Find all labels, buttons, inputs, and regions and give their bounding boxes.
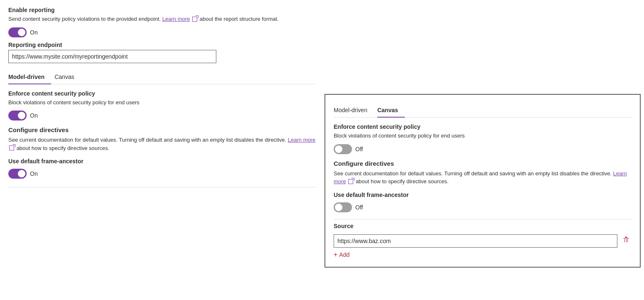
left-enforce-csp-toggle[interactable]	[8, 111, 27, 120]
left-frame-ancestor-toggle-track	[8, 169, 27, 179]
right-panel: Model-driven Canvas Enforce content secu…	[324, 94, 641, 268]
svg-rect-0	[623, 238, 629, 239]
reporting-endpoint-section: Reporting endpoint	[8, 42, 636, 63]
left-frame-ancestor-label: Use default frame-ancestor	[8, 158, 316, 165]
left-enforce-csp-desc: Block violations of content security pol…	[8, 98, 316, 107]
enable-reporting-title: Enable reporting	[8, 7, 636, 13]
enable-reporting-learn-more[interactable]: Learn more	[162, 16, 190, 22]
enable-reporting-section: Enable reporting Send content security p…	[8, 7, 636, 37]
left-configure-desc-part1: See current documentation for default va…	[8, 137, 286, 143]
left-enforce-csp-toggle-label: On	[30, 112, 38, 119]
plus-icon: +	[334, 251, 337, 258]
right-add-button-label: Add	[339, 251, 349, 258]
left-enforce-csp-toggle-wrapper: On	[8, 111, 316, 120]
left-enforce-csp-title: Enforce content security policy	[8, 90, 316, 97]
right-enforce-csp-toggle-thumb	[335, 145, 342, 153]
right-enforce-csp-toggle-track	[334, 144, 352, 154]
left-configure-directives-desc: See current documentation for default va…	[8, 136, 316, 152]
external-link-icon-reporting	[192, 17, 197, 22]
left-frame-ancestor-toggle-label: On	[30, 170, 38, 177]
right-enforce-csp-toggle-label: Off	[355, 146, 363, 152]
right-configure-directives-title: Configure directives	[334, 160, 632, 167]
right-enforce-csp-desc: Block violations of content security pol…	[334, 132, 632, 140]
right-enforce-csp-toggle-wrapper: Off	[334, 144, 632, 154]
tab-model-driven-right[interactable]: Model-driven	[334, 103, 374, 118]
right-frame-ancestor-toggle-track	[334, 202, 352, 212]
tab-model-driven-right-label: Model-driven	[334, 107, 367, 113]
tab-canvas-left[interactable]: Canvas	[54, 70, 81, 84]
right-frame-ancestor-toggle-thumb	[335, 204, 342, 211]
tab-model-driven-left[interactable]: Model-driven	[8, 70, 51, 84]
right-configure-directives-section: Configure directives See current documen…	[334, 160, 632, 186]
right-source-input[interactable]	[334, 234, 617, 248]
tab-canvas-left-label: Canvas	[54, 74, 74, 80]
enable-reporting-desc-part2: about the report structure format.	[200, 16, 279, 22]
right-source-section: Source + Add	[334, 219, 632, 258]
left-enforce-csp-toggle-track	[8, 111, 27, 120]
left-frame-ancestor-toggle[interactable]	[8, 169, 27, 179]
right-enforce-csp-section: Enforce content security policy Block vi…	[334, 123, 632, 154]
enable-reporting-toggle-track	[8, 27, 27, 37]
external-link-icon-left-configure	[9, 145, 14, 150]
left-configure-learn-more[interactable]: Learn more	[288, 137, 315, 143]
left-enforce-csp-section: Enforce content security policy Block vi…	[8, 90, 316, 121]
right-frame-ancestor-toggle[interactable]	[334, 202, 352, 212]
enable-reporting-toggle-wrapper: On	[8, 27, 636, 37]
enable-reporting-desc-part1: Send content security policy violations …	[8, 16, 161, 22]
main-content: Enable reporting Send content security p…	[8, 7, 636, 187]
left-frame-ancestor-toggle-thumb	[18, 170, 25, 177]
left-configure-directives-title: Configure directives	[8, 126, 316, 133]
external-link-icon-right-configure	[348, 179, 353, 184]
tab-model-driven-left-label: Model-driven	[8, 74, 45, 80]
reporting-endpoint-label: Reporting endpoint	[8, 42, 636, 48]
left-tabs: Model-driven Canvas	[8, 70, 316, 84]
right-frame-ancestor-toggle-label: Off	[355, 204, 363, 211]
right-source-delete-button[interactable]	[621, 236, 632, 246]
right-frame-ancestor-toggle-wrapper: Off	[334, 202, 632, 212]
left-frame-ancestor-toggle-wrapper: On	[8, 169, 316, 179]
enable-reporting-toggle-thumb	[18, 29, 25, 36]
right-configure-desc-part2: about how to specify directive sources.	[356, 178, 448, 184]
right-enforce-csp-toggle[interactable]	[334, 144, 352, 154]
right-add-button[interactable]: + Add	[334, 251, 349, 258]
enable-reporting-toggle-label: On	[30, 29, 38, 36]
left-configure-desc-part2: about how to specify directive sources.	[17, 145, 109, 151]
right-enforce-csp-title: Enforce content security policy	[334, 123, 632, 130]
reporting-endpoint-input[interactable]	[8, 50, 216, 63]
left-enforce-csp-toggle-thumb	[18, 112, 25, 119]
right-source-label: Source	[334, 219, 632, 231]
tab-canvas-right-label: Canvas	[377, 107, 398, 113]
delete-icon	[622, 236, 630, 243]
right-source-input-row	[334, 234, 632, 248]
left-panel: Model-driven Canvas Enforce content secu…	[8, 70, 316, 188]
right-tabs: Model-driven Canvas	[334, 103, 632, 118]
left-frame-ancestor-section: Use default frame-ancestor On	[8, 158, 316, 179]
right-configure-directives-desc: See current documentation for default va…	[334, 170, 632, 186]
tab-canvas-right[interactable]: Canvas	[377, 103, 405, 118]
right-frame-ancestor-label: Use default frame-ancestor	[334, 192, 632, 198]
left-configure-directives-section: Configure directives See current documen…	[8, 126, 316, 152]
right-frame-ancestor-section: Use default frame-ancestor Off	[334, 192, 632, 212]
left-panel-divider	[8, 187, 316, 187]
right-configure-desc-part1: See current documentation for default va…	[334, 170, 612, 177]
enable-reporting-desc: Send content security policy violations …	[8, 15, 636, 23]
enable-reporting-toggle[interactable]	[8, 27, 27, 37]
